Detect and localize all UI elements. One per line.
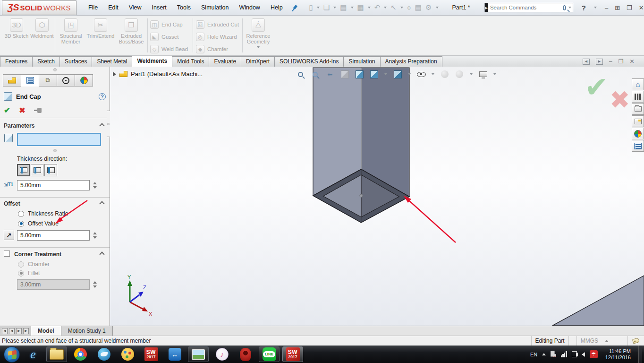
part-breadcrumb[interactable]: Part1 (Default<As Machi... — [131, 70, 203, 78]
taskbar-file-explorer[interactable] — [46, 346, 67, 362]
view-palette-button[interactable] — [632, 115, 644, 127]
tab-surfaces[interactable]: Surfaces — [59, 56, 92, 67]
thickness-value-input[interactable] — [17, 180, 90, 190]
appearances-button[interactable] — [632, 128, 644, 139]
doc-restore-button[interactable]: ❐ — [619, 58, 624, 65]
fillet-radio[interactable] — [18, 270, 24, 277]
zoom-to-fit-button[interactable] — [295, 69, 306, 80]
thickness-spinner[interactable] — [92, 180, 98, 190]
panel-splitter-handle[interactable] — [53, 68, 57, 71]
thickness-outward-button[interactable] — [44, 164, 57, 176]
ribbon-gusset-button[interactable]: ◣Gusset — [150, 32, 178, 42]
tray-expand-icon[interactable] — [542, 353, 546, 355]
network-signal-icon[interactable] — [561, 351, 567, 357]
tag-icon[interactable] — [632, 337, 640, 344]
ribbon-chamfer-button[interactable]: ◆Chamfer — [196, 44, 228, 54]
face-selection-listbox[interactable] — [17, 133, 101, 146]
properties-icon[interactable]: ▤ — [414, 3, 423, 12]
ribbon-3d-sketch-button[interactable]: 3D 3D Sketch — [3, 18, 30, 39]
thickness-ratio-label[interactable]: Thickness Ratio — [28, 210, 68, 217]
taskbar-solidworks-active[interactable]: SW2017 — [282, 346, 303, 362]
ribbon-weld-bead-button[interactable]: ◇Weld Bead — [150, 44, 188, 54]
save-icon[interactable]: ▤ — [339, 3, 348, 12]
offset-spinner[interactable] — [92, 230, 98, 241]
hide-show-dropdown-icon[interactable] — [432, 73, 434, 75]
selection-box-resize-handle[interactable] — [53, 149, 57, 152]
display-style-button[interactable] — [392, 69, 403, 80]
select-dropdown-icon[interactable] — [400, 7, 403, 9]
show-desktop-button[interactable] — [638, 346, 642, 363]
thickness-both-button[interactable] — [31, 164, 43, 176]
ok-button[interactable]: ✔ — [4, 105, 10, 115]
chamfer-radio[interactable] — [18, 261, 24, 268]
menu-view[interactable]: View — [125, 2, 146, 13]
search-dropdown-icon[interactable] — [568, 7, 571, 9]
next-tab-icon[interactable]: ▶ — [16, 328, 22, 334]
new-document-icon[interactable]: ▯ — [308, 3, 314, 12]
menu-file[interactable]: File — [84, 2, 102, 13]
motion-study-tab[interactable]: Motion Study 1 — [61, 326, 113, 336]
restore-button[interactable]: ❐ — [627, 4, 632, 11]
collapse-right-icon[interactable]: ▶ — [596, 59, 603, 65]
menu-tools[interactable]: Tools — [173, 2, 195, 13]
taskbar-line[interactable]: LINE — [259, 346, 280, 362]
undo-dropdown-icon[interactable] — [384, 7, 387, 9]
clock[interactable]: 11:46 PM 12/11/2016 — [605, 348, 631, 361]
search-icon[interactable] — [563, 5, 566, 10]
antivirus-icon[interactable]: ☂ — [590, 350, 598, 358]
feature-manager-tab[interactable] — [3, 74, 21, 86]
help-icon[interactable]: ? — [582, 4, 586, 12]
volume-icon[interactable] — [582, 352, 585, 357]
tab-analysis-preparation[interactable]: Analysis Preparation — [380, 56, 442, 67]
view-selector-button[interactable] — [354, 69, 365, 80]
options-dropdown-icon[interactable] — [436, 7, 439, 9]
view-settings-button[interactable] — [477, 69, 489, 80]
first-tab-icon[interactable]: ◀ — [2, 328, 8, 334]
view-orientation-dropdown-icon[interactable] — [384, 73, 387, 75]
display-manager-tab[interactable] — [75, 74, 93, 86]
ribbon-end-cap-button[interactable]: ◫End Cap — [150, 19, 183, 30]
dimxpert-manager-tab[interactable] — [57, 74, 75, 86]
parameters-collapse-chevron-icon[interactable] — [99, 123, 104, 128]
tab-solidworks-add-ins[interactable]: SOLIDWORKS Add-Ins — [274, 56, 344, 67]
menu-window[interactable]: Window — [235, 2, 264, 13]
taskbar-teamviewer[interactable]: ↔ — [164, 346, 185, 362]
menu-insert[interactable]: Insert — [148, 2, 171, 13]
menu-edit[interactable]: Edit — [104, 2, 123, 13]
menu-help[interactable]: Help — [266, 2, 287, 13]
confirmation-corner-cancel[interactable]: ✖ — [610, 87, 630, 112]
print-icon[interactable]: ▦ — [356, 3, 365, 12]
taskbar-chrome[interactable] — [70, 346, 91, 362]
units-dropdown-icon[interactable] — [605, 340, 609, 342]
collapse-left-icon[interactable]: ◀ — [583, 59, 590, 65]
edit-appearance-button[interactable] — [439, 69, 450, 80]
ribbon-trim-extend-button[interactable]: ✂ Trim/Extend — [86, 18, 115, 39]
custom-properties-button[interactable] — [632, 140, 644, 152]
apply-scene-button[interactable] — [454, 69, 465, 80]
offset-value-input[interactable] — [17, 230, 90, 241]
graphics-viewport[interactable]: Y X Z Part1 (Default<As Machi... ⬅ — [110, 67, 644, 326]
model-canvas[interactable]: Y X Z — [110, 67, 644, 326]
confirmation-corner-ok[interactable]: ✔ — [585, 73, 608, 102]
spinner-up-icon[interactable] — [93, 182, 97, 184]
search-input[interactable] — [490, 5, 563, 10]
mouse-gestures-icon[interactable]: ⌽ — [406, 3, 413, 12]
display-style-dropdown-icon[interactable] — [408, 73, 411, 75]
ribbon-hole-wizard-button[interactable]: ◎Hole Wizard — [196, 32, 237, 42]
tab-sheet-metal[interactable]: Sheet Metal — [92, 56, 132, 67]
previous-view-button[interactable]: ⬅ — [324, 69, 336, 80]
keep-visible-pin-icon[interactable] — [34, 110, 41, 111]
search-commands-box[interactable]: ▸ — [484, 3, 573, 12]
offset-value-radio[interactable] — [18, 221, 24, 227]
menu-simulation[interactable]: Simulation — [197, 2, 233, 13]
taskbar-red-app[interactable] — [235, 346, 256, 362]
taskbar-solidworks[interactable]: SW2017 — [141, 346, 161, 362]
spinner-down-icon[interactable] — [93, 186, 97, 189]
start-button[interactable] — [4, 346, 20, 363]
offset-value-label[interactable]: Offset Value — [28, 220, 59, 227]
language-indicator[interactable]: EN — [530, 352, 537, 357]
zoom-to-area-button[interactable] — [310, 69, 321, 80]
expand-tree-icon[interactable] — [113, 72, 116, 77]
view-settings-dropdown-icon[interactable] — [493, 73, 496, 75]
taskbar-photo-viewer[interactable] — [188, 346, 209, 362]
